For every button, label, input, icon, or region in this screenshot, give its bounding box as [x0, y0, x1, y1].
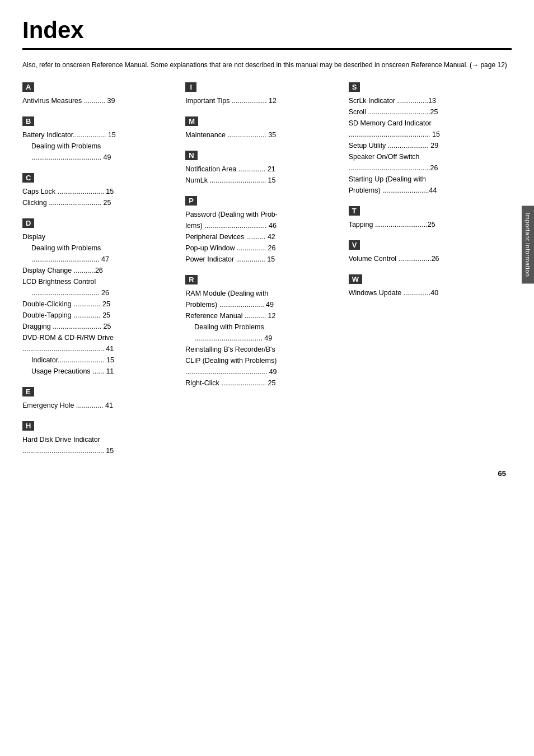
section-S: SScrLk Indicator ................13Scrol… — [349, 82, 503, 196]
column-0: AAntivirus Measures ........... 39BBatte… — [22, 82, 185, 466]
column-1: IImportant Tips .................. 12MMa… — [185, 82, 348, 466]
section-entries-N: Notification Area .............. 21NumLk… — [185, 164, 340, 186]
section-entries-B: Battery Indicator................. 15Dea… — [22, 129, 177, 163]
section-C: CCaps Lock ........................ 15Cl… — [22, 173, 177, 208]
section-entries-I: Important Tips .................. 12 — [185, 95, 340, 106]
columns-container: AAntivirus Measures ........... 39BBatte… — [22, 82, 512, 466]
index-entry: Dealing with Problems — [22, 141, 177, 152]
page-container: Index Also, refer to onscreen Reference … — [0, 0, 534, 489]
section-D: DDisplayDealing with Problems...........… — [22, 218, 177, 377]
section-entries-R: RAM Module (Dealing withProblems) ......… — [185, 288, 340, 389]
index-entry: Power Indicator ............... 15 — [185, 254, 340, 265]
index-entry: Dragging ......................... 25 — [22, 321, 177, 332]
index-entry: Reinstalling B's Recorder/B's — [185, 344, 340, 355]
index-entry: Dealing with Problems — [22, 242, 177, 254]
column-2: SScrLk Indicator ................13Scrol… — [349, 82, 512, 466]
section-header-E: E — [22, 387, 34, 396]
index-entry: Reference Manual ........... 12 — [185, 310, 340, 321]
index-entry: Tapping ...........................25 — [349, 219, 503, 230]
section-header-W: W — [349, 274, 362, 284]
index-entry: ................................... 47 — [22, 254, 177, 265]
index-entry: RAM Module (Dealing with — [185, 288, 340, 299]
index-entry: ........................................… — [22, 343, 177, 354]
section-M: MMaintenance .................... 35 — [185, 116, 340, 141]
section-T: TTapping ...........................25 — [349, 206, 503, 230]
index-entry: Starting Up (Dealing with — [349, 174, 503, 185]
index-entry: Antivirus Measures ........... 39 — [22, 95, 177, 106]
section-entries-M: Maintenance .................... 35 — [185, 129, 340, 141]
intro-text: Also, refer to onscreen Reference Manual… — [22, 60, 512, 70]
section-header-A: A — [22, 82, 34, 92]
page-number: 65 — [498, 469, 506, 478]
index-entry: Peripheral Devices .......... 42 — [185, 231, 340, 242]
section-N: NNotification Area .............. 21NumL… — [185, 151, 340, 186]
section-header-R: R — [185, 275, 197, 284]
index-entry: Caps Lock ........................ 15 — [22, 186, 177, 197]
index-entry: ................................... 49 — [185, 333, 340, 344]
index-entry: ................................... 26 — [22, 287, 177, 298]
section-H: HHard Disk Drive Indicator..............… — [22, 421, 177, 456]
index-entry: Hard Disk Drive Indicator — [22, 434, 177, 445]
index-entry: Battery Indicator................. 15 — [22, 129, 177, 141]
section-entries-C: Caps Lock ........................ 15Cli… — [22, 186, 177, 208]
index-entry: ........................................… — [349, 162, 503, 174]
index-entry: Usage Precautions ...... 11 — [22, 366, 177, 377]
section-entries-T: Tapping ...........................25 — [349, 219, 503, 230]
index-entry: Problems) ........................44 — [349, 185, 503, 196]
section-header-S: S — [349, 82, 360, 92]
index-entry: Emergency Hole .............. 41 — [22, 400, 177, 411]
index-entry: NumLk ............................. 15 — [185, 175, 340, 186]
section-header-I: I — [185, 82, 196, 92]
section-header-B: B — [22, 116, 34, 126]
section-entries-D: DisplayDealing with Problems............… — [22, 231, 177, 377]
index-entry: Double-Tapping .............. 25 — [22, 310, 177, 321]
section-header-N: N — [185, 151, 197, 160]
section-header-D: D — [22, 218, 34, 228]
index-entry: Password (Dealing with Prob- — [185, 209, 340, 220]
index-entry: ScrLk Indicator ................13 — [349, 95, 503, 106]
section-header-C: C — [22, 173, 34, 183]
section-A: AAntivirus Measures ........... 39 — [22, 82, 177, 106]
title-underline — [22, 48, 512, 50]
section-entries-V: Volume Control .................26 — [349, 253, 503, 264]
section-B: BBattery Indicator................. 15De… — [22, 116, 177, 163]
index-entry: Pop-up Window ............... 26 — [185, 242, 340, 254]
side-tab: Important Information — [522, 206, 534, 283]
index-entry: Right-Click ....................... 25 — [185, 377, 340, 389]
section-entries-P: Password (Dealing with Prob-lems) ......… — [185, 209, 340, 265]
index-entry: Setup Utility ..................... 29 — [349, 140, 503, 151]
index-entry: Double-Clicking .............. 25 — [22, 298, 177, 310]
index-entry: .................................... 49 — [22, 152, 177, 163]
index-entry: ........................................… — [22, 445, 177, 456]
index-entry: Clicking ........................... 25 — [22, 197, 177, 208]
section-header-V: V — [349, 240, 360, 250]
section-header-M: M — [185, 116, 198, 126]
index-entry: SD Memory Card Indicator — [349, 118, 503, 129]
index-entry: Speaker On/Off Switch — [349, 151, 503, 162]
index-entry: ........................................… — [185, 366, 340, 377]
section-W: WWindows Update ..............40 — [349, 274, 503, 298]
index-entry: Display Change ...........26 — [22, 265, 177, 276]
section-entries-E: Emergency Hole .............. 41 — [22, 400, 177, 411]
index-entry: Maintenance .................... 35 — [185, 129, 340, 141]
index-entry: DVD-ROM & CD-R/RW Drive — [22, 332, 177, 343]
index-entry: Important Tips .................. 12 — [185, 95, 340, 106]
index-entry: Windows Update ..............40 — [349, 287, 503, 298]
section-entries-A: Antivirus Measures ........... 39 — [22, 95, 177, 106]
index-entry: Notification Area .............. 21 — [185, 164, 340, 175]
section-R: RRAM Module (Dealing withProblems) .....… — [185, 275, 340, 389]
section-V: VVolume Control .................26 — [349, 240, 503, 264]
page-title: Index — [22, 17, 512, 44]
section-entries-W: Windows Update ..............40 — [349, 287, 503, 298]
section-E: EEmergency Hole .............. 41 — [22, 387, 177, 411]
section-entries-S: ScrLk Indicator ................13Scroll… — [349, 95, 503, 196]
index-entry: Display — [22, 231, 177, 242]
section-header-H: H — [22, 421, 34, 431]
index-entry: CLiP (Dealing with Problems) — [185, 355, 340, 366]
section-P: PPassword (Dealing with Prob-lems) .....… — [185, 196, 340, 265]
index-entry: LCD Brightness Control — [22, 276, 177, 287]
index-entry: Indicator........................ 15 — [22, 354, 177, 366]
section-header-T: T — [349, 206, 360, 216]
section-I: IImportant Tips .................. 12 — [185, 82, 340, 106]
index-entry: ........................................… — [349, 129, 503, 140]
